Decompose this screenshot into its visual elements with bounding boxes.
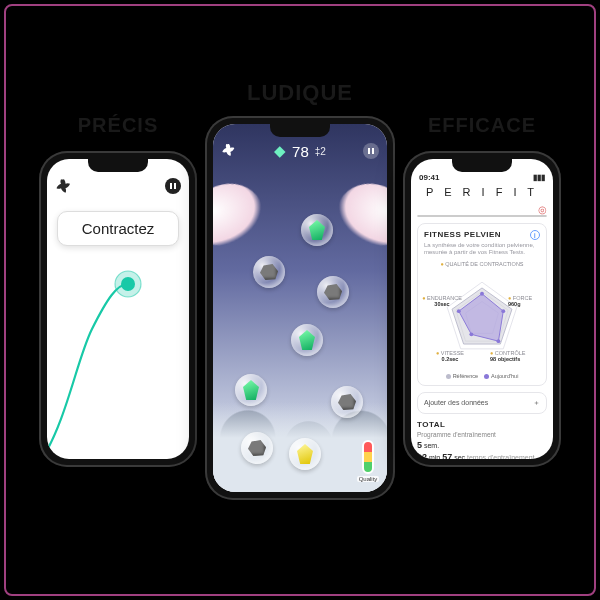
svg-point-8 (497, 339, 501, 343)
fitness-card: FITNESS PELVIEN i La synthèse de votre c… (417, 223, 547, 386)
phone-notch (270, 123, 330, 137)
svg-point-9 (469, 332, 473, 336)
tab-results[interactable]: Vos Résultats (418, 216, 482, 217)
radar-legend: Référence Aujourd'hui (424, 373, 540, 379)
total-program: Programme d'entraînement (417, 431, 547, 438)
phone-notch (88, 158, 148, 172)
product-showcase: PRÉCIS Contractez LUDIQUE (0, 0, 600, 600)
biofeedback-curve (47, 159, 189, 459)
col-ludique: LUDIQUE ◆ 78 ‡2 (205, 80, 395, 500)
phone-ludique: ◆ 78 ‡2 Quality (205, 116, 395, 500)
gem-icon: ◆ (274, 142, 286, 160)
svg-point-6 (480, 291, 484, 295)
game-gem-yellow[interactable] (289, 438, 321, 470)
lotus-icon (221, 142, 239, 160)
quality-label: Quality (357, 476, 380, 482)
game-rock[interactable] (317, 276, 349, 308)
phone-precis: Contractez (39, 151, 197, 467)
heading-precis: PRÉCIS (78, 114, 158, 137)
add-data-row[interactable]: Ajouter des données ＋ (417, 392, 547, 414)
game-rock[interactable] (253, 256, 285, 288)
phone-efficace: 09:41 ▮▮▮ P E R I F I T ◎ Vos Résultats … (403, 151, 561, 467)
fitness-title: FITNESS PELVIEN (424, 230, 501, 239)
game-rock[interactable] (331, 386, 363, 418)
cursor-dot (121, 277, 135, 291)
col-efficace: EFFICACE 09:41 ▮▮▮ P E R I F I T ◎ Vos R… (403, 114, 561, 467)
status-time: 09:41 (419, 173, 439, 182)
info-icon[interactable]: i (530, 230, 540, 240)
total-title: TOTAL (417, 420, 547, 429)
pause-button[interactable] (363, 143, 379, 159)
radar-chart: ● QUALITÉ DE CONTRACTIONS ● FORCE960g ● … (424, 261, 540, 371)
target-icon[interactable]: ◎ (538, 204, 547, 215)
tab-wellbeing[interactable]: Bien-être (482, 216, 546, 217)
brand-title: P E R I F I T (411, 182, 553, 204)
heading-efficace: EFFICACE (428, 114, 536, 137)
axis-force: FORCE (513, 295, 532, 301)
segmented-tabs[interactable]: Vos Résultats Bien-être (417, 215, 547, 217)
score-value: 78 (292, 143, 309, 160)
axis-endurance: ENDURANCE (427, 295, 462, 301)
phone-notch (452, 158, 512, 172)
game-gem[interactable] (235, 374, 267, 406)
screen-precis: Contractez (47, 159, 189, 459)
screen-ludique: ◆ 78 ‡2 Quality (213, 124, 387, 492)
fitness-subtitle: La synthèse de votre condition pelvienne… (424, 242, 540, 257)
total-section: TOTAL Programme d'entraînement 5 sem. 12… (417, 420, 547, 459)
bonus-value: ‡2 (315, 146, 326, 157)
svg-point-10 (457, 309, 461, 313)
svg-point-7 (501, 309, 505, 313)
game-gem[interactable] (291, 324, 323, 356)
col-precis: PRÉCIS Contractez (39, 114, 197, 467)
quality-meter: Quality (357, 440, 379, 482)
heading-ludique: LUDIQUE (247, 80, 353, 106)
screen-efficace: 09:41 ▮▮▮ P E R I F I T ◎ Vos Résultats … (411, 159, 553, 459)
game-gem[interactable] (301, 214, 333, 246)
status-icons: ▮▮▮ (533, 173, 545, 182)
plus-icon: ＋ (533, 398, 540, 408)
axis-quality: QUALITÉ DE CONTRACTIONS (445, 261, 523, 267)
game-rock[interactable] (241, 432, 273, 464)
game-hud: ◆ 78 ‡2 (213, 142, 387, 160)
